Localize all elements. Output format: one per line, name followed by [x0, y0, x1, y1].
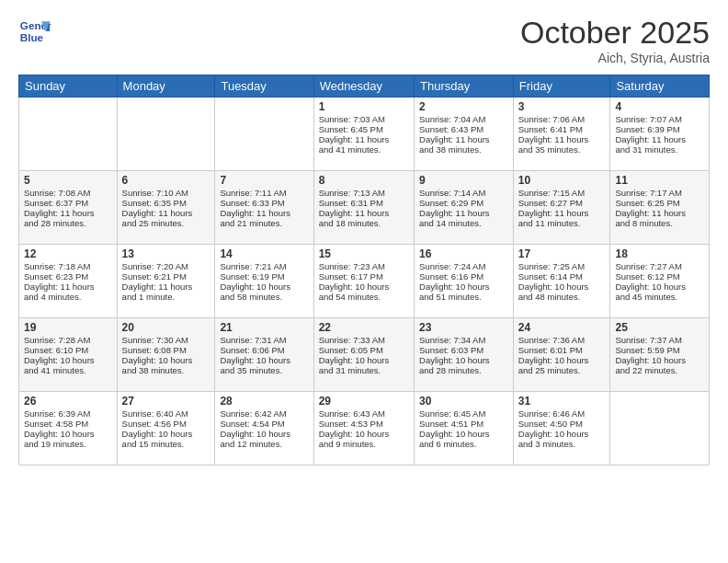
day-info: Sunrise: 7:28 AM [24, 335, 112, 345]
day-info: Sunset: 6:01 PM [518, 345, 606, 355]
day-number: 19 [24, 321, 112, 334]
day-info: Sunset: 6:10 PM [24, 345, 112, 355]
day-info: Sunrise: 7:27 AM [615, 261, 704, 271]
calendar-cell: 22Sunrise: 7:33 AMSunset: 6:05 PMDayligh… [313, 318, 414, 392]
day-info: Sunrise: 7:23 AM [319, 261, 409, 271]
calendar-cell: 2Sunrise: 7:04 AMSunset: 6:43 PMDaylight… [415, 98, 514, 171]
day-info: Sunrise: 7:24 AM [419, 261, 508, 271]
day-info: Sunset: 6:33 PM [220, 198, 308, 208]
day-number: 27 [122, 395, 210, 408]
day-info: Daylight: 11 hours [615, 134, 704, 144]
day-info: Sunset: 4:58 PM [24, 419, 112, 429]
day-info: and 35 minutes. [518, 144, 606, 155]
day-info: Sunrise: 7:11 AM [220, 188, 308, 198]
calendar: SundayMondayTuesdayWednesdayThursdayFrid… [18, 75, 710, 465]
day-info: and 6 minutes. [419, 439, 508, 449]
day-info: and 54 minutes. [319, 292, 409, 302]
day-info: Sunrise: 6:40 AM [122, 408, 210, 419]
day-info: and 25 minutes. [122, 218, 210, 228]
day-number: 18 [615, 247, 704, 260]
weekday-header-tuesday: Tuesday [215, 75, 313, 98]
day-number: 21 [220, 321, 308, 334]
day-info: Daylight: 11 hours [122, 208, 210, 218]
day-number: 29 [319, 395, 409, 408]
calendar-cell: 31Sunrise: 6:46 AMSunset: 4:50 PMDayligh… [513, 392, 610, 465]
day-info: and 28 minutes. [24, 218, 112, 228]
day-info: Daylight: 10 hours [615, 282, 704, 292]
day-info: and 21 minutes. [220, 218, 308, 228]
day-number: 2 [419, 100, 508, 113]
calendar-cell: 13Sunrise: 7:20 AMSunset: 6:21 PMDayligh… [117, 245, 215, 318]
calendar-cell: 26Sunrise: 6:39 AMSunset: 4:58 PMDayligh… [19, 392, 118, 465]
day-info: Sunrise: 7:33 AM [319, 335, 409, 345]
day-info: Sunrise: 7:21 AM [220, 261, 308, 271]
month-title: October 2025 [520, 15, 710, 51]
day-info: Sunrise: 7:08 AM [24, 188, 112, 198]
week-row-4: 19Sunrise: 7:28 AMSunset: 6:10 PMDayligh… [19, 318, 710, 392]
calendar-cell: 24Sunrise: 7:36 AMSunset: 6:01 PMDayligh… [513, 318, 610, 392]
calendar-cell: 17Sunrise: 7:25 AMSunset: 6:14 PMDayligh… [513, 245, 610, 318]
day-info: Sunrise: 7:36 AM [518, 335, 606, 345]
day-info: Sunrise: 7:04 AM [419, 114, 508, 124]
day-info: Sunset: 6:43 PM [419, 124, 508, 134]
day-number: 6 [122, 174, 210, 187]
day-number: 22 [319, 321, 409, 334]
calendar-cell: 16Sunrise: 7:24 AMSunset: 6:16 PMDayligh… [415, 245, 514, 318]
calendar-cell: 11Sunrise: 7:17 AMSunset: 6:25 PMDayligh… [610, 171, 710, 245]
calendar-cell: 15Sunrise: 7:23 AMSunset: 6:17 PMDayligh… [313, 245, 414, 318]
calendar-cell: 6Sunrise: 7:10 AMSunset: 6:35 PMDaylight… [117, 171, 215, 245]
calendar-cell: 10Sunrise: 7:15 AMSunset: 6:27 PMDayligh… [513, 171, 610, 245]
day-info: Sunset: 6:19 PM [220, 271, 308, 282]
day-number: 24 [518, 321, 606, 334]
day-number: 7 [220, 174, 308, 187]
day-number: 26 [24, 395, 112, 408]
page: General Blue October 2025 Aich, Styria, … [0, 0, 728, 563]
day-info: and 35 minutes. [220, 365, 308, 375]
day-info: Sunrise: 7:18 AM [24, 261, 112, 271]
day-info: and 19 minutes. [24, 439, 112, 449]
day-number: 8 [319, 174, 409, 187]
day-info: Daylight: 11 hours [419, 134, 508, 144]
day-info: Sunrise: 7:10 AM [122, 188, 210, 198]
day-info: Daylight: 10 hours [220, 282, 308, 292]
day-info: Daylight: 10 hours [518, 429, 606, 439]
day-info: Daylight: 10 hours [319, 282, 409, 292]
day-info: Sunset: 6:25 PM [615, 198, 704, 208]
calendar-cell: 1Sunrise: 7:03 AMSunset: 6:45 PMDaylight… [313, 98, 414, 171]
day-info: Sunset: 4:50 PM [518, 419, 606, 429]
day-number: 25 [615, 321, 704, 334]
day-info: Sunset: 6:23 PM [24, 271, 112, 282]
day-number: 15 [319, 247, 409, 260]
day-info: Sunset: 6:08 PM [122, 345, 210, 355]
day-info: and 41 minutes. [24, 365, 112, 375]
day-info: Sunset: 5:59 PM [615, 345, 704, 355]
day-info: Daylight: 11 hours [419, 208, 508, 218]
calendar-cell: 19Sunrise: 7:28 AMSunset: 6:10 PMDayligh… [19, 318, 118, 392]
day-info: and 31 minutes. [615, 144, 704, 155]
day-info: Sunrise: 7:13 AM [319, 188, 409, 198]
calendar-cell [215, 98, 313, 171]
day-info: Sunrise: 7:20 AM [122, 261, 210, 271]
day-info: Daylight: 10 hours [615, 355, 704, 365]
day-info: and 58 minutes. [220, 292, 308, 302]
day-info: Daylight: 10 hours [122, 429, 210, 439]
day-info: Daylight: 10 hours [319, 355, 409, 365]
day-number: 17 [518, 247, 606, 260]
day-info: Sunset: 6:06 PM [220, 345, 308, 355]
day-info: Sunset: 6:37 PM [24, 198, 112, 208]
calendar-cell [19, 98, 118, 171]
day-info: and 18 minutes. [319, 218, 409, 228]
day-number: 13 [122, 247, 210, 260]
day-info: Sunset: 6:39 PM [615, 124, 704, 134]
day-info: Sunrise: 7:14 AM [419, 188, 508, 198]
day-number: 31 [518, 395, 606, 408]
day-info: Sunset: 6:05 PM [319, 345, 409, 355]
day-number: 12 [24, 247, 112, 260]
day-info: Sunset: 4:51 PM [419, 419, 508, 429]
day-info: Daylight: 11 hours [615, 208, 704, 218]
day-info: Sunset: 6:17 PM [319, 271, 409, 282]
day-info: Sunset: 6:14 PM [518, 271, 606, 282]
day-number: 11 [615, 174, 704, 187]
weekday-header-wednesday: Wednesday [313, 75, 414, 98]
day-info: Daylight: 11 hours [319, 134, 409, 144]
